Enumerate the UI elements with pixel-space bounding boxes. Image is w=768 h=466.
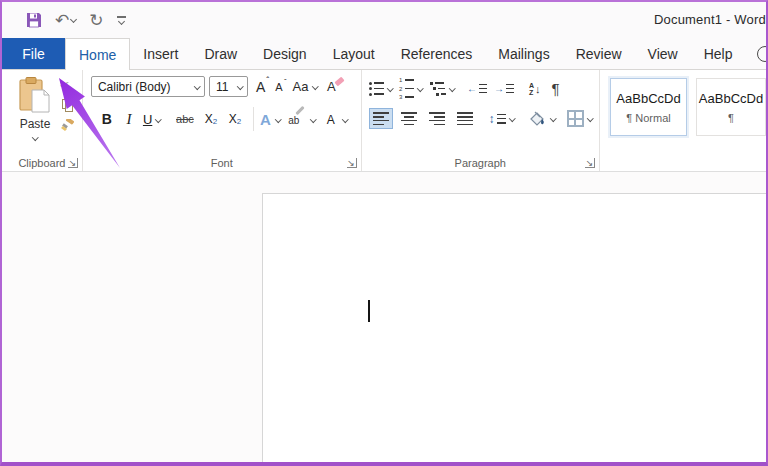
font-color-icon: A xyxy=(324,110,338,128)
undo-dropdown-chevron-icon[interactable] xyxy=(70,15,77,22)
divider xyxy=(253,107,254,131)
style-preview: AaBbCcDd xyxy=(616,91,680,106)
cut-icon[interactable]: ✂ xyxy=(60,78,82,91)
tab-layout[interactable]: Layout xyxy=(320,38,388,69)
tab-file[interactable]: File xyxy=(2,38,65,69)
format-painter-icon[interactable] xyxy=(60,119,74,132)
italic-button[interactable]: I xyxy=(119,111,139,128)
highlight-pencil-icon xyxy=(296,106,305,115)
highlight-chevron-icon xyxy=(310,116,316,122)
tab-help[interactable]: Help xyxy=(691,38,746,69)
clear-formatting-button[interactable]: A xyxy=(327,79,336,94)
shrink-font-tick-icon: ˇ xyxy=(284,77,287,86)
numbering-button[interactable]: 1 2 3 xyxy=(399,77,423,100)
strikethrough-button[interactable]: abc xyxy=(171,113,199,125)
bullets-button[interactable] xyxy=(369,82,393,96)
bold-button[interactable]: B xyxy=(95,111,119,127)
text-highlight-button[interactable]: ab xyxy=(288,110,316,128)
save-icon[interactable] xyxy=(26,12,42,28)
font-dialog-launcher[interactable]: ↘ xyxy=(347,158,357,168)
align-center-button[interactable] xyxy=(397,108,421,129)
numbering-icon: 1 2 3 xyxy=(399,77,414,100)
style-name: ¶ Normal xyxy=(626,112,670,124)
tab-mailings[interactable]: Mailings xyxy=(485,38,562,69)
paragraph-dialog-launcher[interactable]: ↘ xyxy=(585,158,595,168)
quick-access-toolbar: ↶ ↻ xyxy=(26,12,126,29)
tab-references[interactable]: References xyxy=(388,38,486,69)
copy-page-front xyxy=(65,102,73,112)
tab-design[interactable]: Design xyxy=(250,38,320,69)
align-left-button[interactable] xyxy=(369,108,393,129)
search-icon[interactable] xyxy=(757,46,768,62)
line-spacing-icon: ↕ xyxy=(489,112,506,126)
font-color-button[interactable]: A xyxy=(324,110,348,128)
shrink-font-button[interactable]: Aˇ xyxy=(275,81,282,93)
undo-icon: ↶ xyxy=(55,12,69,29)
borders-chevron-icon xyxy=(587,115,593,121)
line-spacing-button[interactable]: ↕ xyxy=(489,112,515,126)
shading-chevron-icon xyxy=(550,115,556,121)
text-caret xyxy=(368,300,370,322)
clipboard-small-buttons: ✂ xyxy=(60,78,82,136)
decrease-indent-button[interactable]: ← xyxy=(467,83,487,94)
copy-icon[interactable] xyxy=(62,99,73,112)
customize-qat-button[interactable] xyxy=(117,16,126,24)
shading-button[interactable] xyxy=(527,110,556,128)
paste-dropdown-chevron-icon[interactable] xyxy=(32,134,38,140)
align-left-icon xyxy=(373,112,389,125)
font-name-combobox[interactable]: Calibri (Body) xyxy=(91,76,205,97)
superscript-button[interactable]: X2 xyxy=(223,112,247,126)
grow-font-tick-icon: ˆ xyxy=(266,75,269,85)
align-center-icon xyxy=(401,112,417,125)
document-page[interactable] xyxy=(262,193,768,466)
ribbon: Paste ✂ Clipboard ↘ xyxy=(2,70,766,172)
style-next-partial[interactable]: AaBbCcDd ¶ xyxy=(696,78,766,136)
ribbon-tab-row: File Home Insert Draw Design Layout Refe… xyxy=(2,38,766,70)
show-paragraph-marks-button[interactable]: ¶ xyxy=(552,80,560,97)
justify-button[interactable] xyxy=(453,108,477,129)
tab-view[interactable]: View xyxy=(635,38,691,69)
tab-review[interactable]: Review xyxy=(563,38,635,69)
paste-button[interactable]: Paste xyxy=(12,76,58,140)
text-effects-icon: A xyxy=(260,111,271,128)
document-area xyxy=(2,172,766,462)
font-size-combobox[interactable]: 11 xyxy=(209,76,248,97)
justify-icon xyxy=(457,112,473,125)
font-name-chevron-icon xyxy=(194,83,200,89)
customize-qat-chevron-icon xyxy=(117,18,124,25)
change-case-button[interactable]: Aa xyxy=(293,79,317,94)
redo-icon: ↻ xyxy=(89,12,103,29)
align-right-button[interactable] xyxy=(425,108,449,129)
multilevel-chevron-icon xyxy=(449,85,455,91)
subscript-button[interactable]: X2 xyxy=(199,112,223,126)
increase-indent-icon: → xyxy=(494,83,514,94)
numbering-chevron-icon xyxy=(417,85,423,91)
line-spacing-chevron-icon xyxy=(509,115,515,121)
clipboard-dialog-launcher[interactable]: ↘ xyxy=(68,158,78,168)
text-effects-chevron-icon xyxy=(275,116,281,122)
multilevel-list-button[interactable] xyxy=(430,82,455,96)
text-effects-button[interactable]: A xyxy=(260,111,280,128)
font-size-chevron-icon xyxy=(237,83,243,89)
tab-home[interactable]: Home xyxy=(65,38,130,70)
multilevel-list-icon xyxy=(430,82,446,96)
font-group: Calibri (Body) 11 Aˆ Aˇ Aa A xyxy=(83,70,362,171)
sort-button[interactable]: AZ ↓ xyxy=(529,82,541,96)
underline-chevron-icon[interactable] xyxy=(155,116,161,122)
bullets-icon xyxy=(369,82,384,96)
paragraph-group: 1 2 3 ← xyxy=(362,70,601,171)
paste-label: Paste xyxy=(20,117,51,131)
highlight-icon: ab xyxy=(288,110,306,128)
redo-button[interactable]: ↻ xyxy=(89,12,103,29)
font-size-value: 11 xyxy=(216,80,228,94)
clipboard-group: Paste ✂ Clipboard ↘ xyxy=(2,70,83,171)
undo-button[interactable]: ↶ xyxy=(55,12,76,29)
borders-button[interactable] xyxy=(567,110,593,127)
grow-font-button[interactable]: Aˆ xyxy=(256,79,265,95)
tab-draw[interactable]: Draw xyxy=(191,38,250,69)
change-case-chevron-icon xyxy=(312,83,318,89)
tab-insert[interactable]: Insert xyxy=(130,38,191,69)
increase-indent-button[interactable]: → xyxy=(494,83,514,94)
underline-button[interactable]: U xyxy=(143,112,152,127)
style-normal[interactable]: AaBbCcDd ¶ Normal xyxy=(610,78,687,136)
